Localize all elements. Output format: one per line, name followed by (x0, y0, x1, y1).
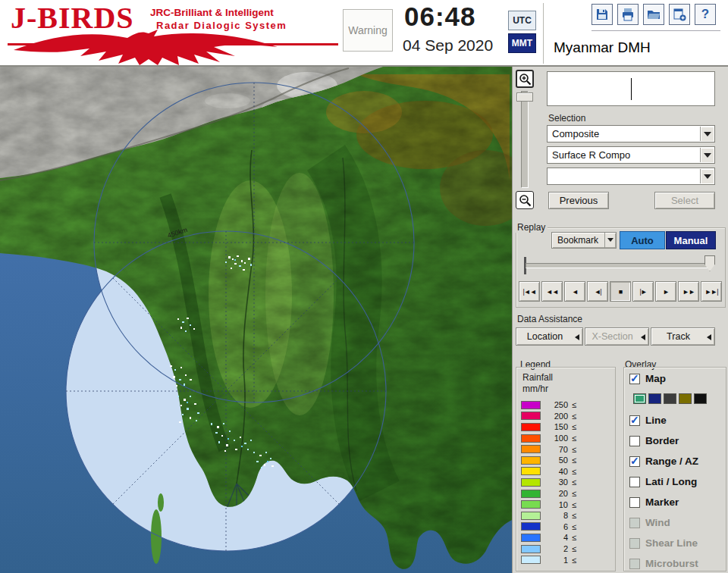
help-button[interactable]: ? (695, 4, 716, 25)
product-combo[interactable]: Surface R Compo (547, 146, 715, 164)
zoom-in-button[interactable] (516, 70, 534, 88)
track-button[interactable]: Track (651, 327, 715, 346)
print-icon (621, 8, 635, 21)
checkbox[interactable] (629, 518, 640, 528)
legend-color-swatch (521, 456, 541, 465)
legend-color-swatch (521, 490, 541, 498)
checkbox[interactable] (629, 559, 640, 569)
export-button[interactable] (669, 4, 690, 25)
replay-group: Bookmark Auto Manual |◄◄ ◄◄ ◄ ◄| ■ |► ► … (516, 227, 726, 308)
zoom-out-icon (519, 194, 532, 207)
legend-row: 70≤ (521, 443, 576, 455)
zoom-slider-track[interactable] (521, 91, 529, 188)
selection-label: Selection (548, 113, 585, 124)
overlay-checkbox-marker[interactable]: Marker (629, 496, 679, 508)
help-icon: ? (701, 7, 709, 22)
legend-row: 6≤ (521, 521, 576, 533)
save-button[interactable] (592, 4, 613, 25)
playback-fast-forward-button[interactable]: ►► (678, 281, 699, 302)
legend-color-swatch (521, 423, 541, 431)
replay-slider-track[interactable] (526, 263, 712, 268)
legend-row: 10≤ (521, 499, 576, 510)
manual-mode-button[interactable]: Manual (666, 231, 716, 249)
select-button[interactable]: Select (654, 192, 715, 209)
legend-color-swatch (521, 467, 541, 475)
folder-icon (647, 8, 661, 21)
map-style-swatch[interactable] (694, 393, 707, 404)
print-button[interactable] (617, 4, 639, 25)
legend-color-swatch (521, 522, 541, 531)
open-folder-button[interactable] (643, 4, 664, 25)
location-button[interactable]: Location (516, 327, 583, 346)
checkbox[interactable] (629, 477, 640, 487)
legend-row: 100≤ (521, 433, 576, 444)
checkbox[interactable] (629, 497, 640, 508)
legend-row: 40≤ (521, 466, 576, 478)
logo-subtitle-1: JRC-Brilliant & Intelligent (150, 7, 274, 18)
chevron-down-icon[interactable] (700, 169, 714, 183)
chevron-down-icon[interactable] (700, 127, 714, 141)
composite-combo[interactable]: Composite (547, 125, 715, 142)
legend-title: Rainfall (522, 372, 553, 383)
legend-row: 2≤ (521, 543, 576, 555)
legend-color-swatch (521, 556, 541, 564)
checkbox[interactable] (629, 415, 640, 426)
checkbox[interactable] (629, 456, 640, 467)
previous-button[interactable]: Previous (548, 192, 609, 209)
playback-stop-button[interactable]: ■ (610, 281, 631, 302)
sub-product-combo[interactable] (547, 168, 715, 185)
map-style-swatch[interactable] (648, 393, 661, 404)
mmt-button[interactable]: MMT (508, 33, 536, 53)
overlay-checkbox-border[interactable]: Border (629, 435, 679, 446)
legend-scale: 250≤ 200≤ 150≤ 100≤ 70≤ 50≤ 40≤ 30≤ 20≤ … (521, 399, 576, 565)
eagle-logo-icon (8, 27, 338, 65)
overlay-checkbox-range-az[interactable]: Range / AZ (629, 456, 698, 467)
x-section-button[interactable]: X-Section (585, 327, 649, 346)
legend-color-swatch (521, 445, 541, 453)
legend-color-swatch (521, 412, 541, 420)
map-style-swatch[interactable] (633, 393, 646, 404)
playback-step-forward-button[interactable]: |► (632, 281, 654, 302)
warning-indicator[interactable]: Warning (343, 9, 393, 52)
legend-row: 250≤ (521, 399, 576, 411)
replay-slider-handle[interactable] (704, 255, 715, 271)
warning-label: Warning (348, 24, 388, 36)
radar-map-canvas: 450km (0, 67, 512, 573)
chevron-down-icon[interactable] (700, 148, 714, 162)
bookmark-button[interactable]: Bookmark (551, 232, 617, 249)
legend-row: 8≤ (521, 510, 576, 521)
utc-button[interactable]: UTC (508, 11, 536, 30)
legend-row: 20≤ (521, 488, 576, 499)
flyout-arrow-icon (641, 334, 645, 340)
legend-row: 30≤ (521, 477, 576, 488)
playback-skip-start-button[interactable]: |◄◄ (519, 281, 540, 302)
save-icon (595, 8, 609, 21)
map-style-swatch[interactable] (664, 393, 676, 404)
playback-controls: |◄◄ ◄◄ ◄ ◄| ■ |► ► ►► ►►| (519, 281, 722, 302)
overlay-checkbox-line[interactable]: Line (629, 415, 667, 426)
playback-play-button[interactable]: ► (655, 281, 676, 302)
overlay-checkbox-map[interactable]: Map (629, 373, 666, 384)
overlay-checkbox-lati-long[interactable]: Lati / Long (629, 476, 697, 487)
map-style-swatch[interactable] (679, 393, 692, 404)
playback-fast-rewind-button[interactable]: ◄◄ (541, 281, 563, 302)
legend-color-swatch (521, 512, 541, 520)
overlay-checkbox-microburst[interactable]: Microburst (629, 558, 698, 569)
playback-reverse-button[interactable]: ◄ (564, 281, 585, 302)
toolbar: ? (592, 4, 720, 31)
checkbox[interactable] (629, 374, 640, 384)
auto-mode-button[interactable]: Auto (620, 231, 665, 249)
overlay-checkbox-wind[interactable]: Wind (629, 517, 670, 528)
clock-date: 04 Sep 2020 (403, 36, 493, 55)
playback-step-back-button[interactable]: ◄| (587, 281, 608, 302)
checkbox[interactable] (629, 436, 640, 446)
zoom-slider-handle[interactable] (516, 92, 533, 102)
playback-skip-end-button[interactable]: ►►| (701, 281, 722, 302)
chevron-down-icon[interactable] (604, 233, 616, 248)
legend-color-swatch (521, 401, 541, 409)
checkbox[interactable] (629, 538, 640, 549)
radar-map[interactable]: 450km (0, 67, 512, 573)
overlay-checkbox-shear-line[interactable]: Shear Line (629, 537, 698, 549)
selection-input[interactable] (547, 71, 715, 106)
zoom-out-button[interactable] (516, 191, 534, 209)
